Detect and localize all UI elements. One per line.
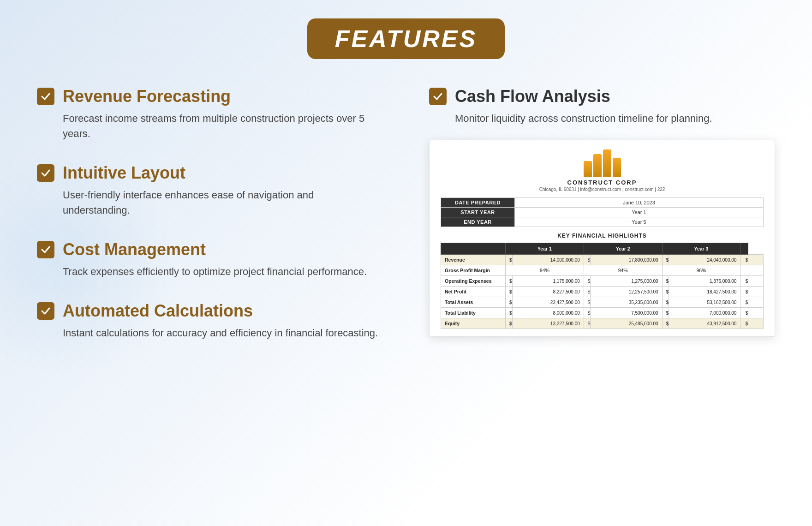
currency-value-cell <box>748 287 764 297</box>
table-row: DATE PREPARED June 10, 2023 <box>441 198 764 208</box>
currency-value-cell: 1,375,000.00 <box>669 276 740 287</box>
left-column: Revenue Forecasting Forecast income stre… <box>37 87 401 341</box>
table-row: START YEAR Year 1 <box>441 208 764 217</box>
currency-symbol-cell: $ <box>584 276 591 287</box>
start-year-label: START YEAR <box>441 208 515 217</box>
currency-symbol-cell: $ <box>506 255 513 265</box>
row-label: Total Liability <box>441 308 506 318</box>
feature-header: Automated Calculations <box>37 301 383 321</box>
right-column: Cash Flow Analysis Monitor liquidity acr… <box>429 87 775 341</box>
table-row: Gross Profit Margin94%94%96% <box>441 265 764 276</box>
currency-value-cell <box>748 255 764 265</box>
feature-description: Track expenses efficiently to optimize p… <box>63 264 383 279</box>
currency-value-cell: 22,427,500.00 <box>512 297 584 308</box>
feature-header: Intuitive Layout <box>37 163 383 183</box>
feature-title: Cost Management <box>63 240 206 259</box>
checkmark-icon <box>37 88 54 105</box>
currency-symbol-cell: $ <box>740 276 748 287</box>
currency-value-cell: 8,000,000.00 <box>512 308 584 318</box>
table-row: Net Profit$8,227,500.00$12,257,500.00$18… <box>441 287 764 297</box>
feature-title: Revenue Forecasting <box>63 87 231 106</box>
col-header-year1: Year 1 <box>506 243 584 255</box>
currency-symbol-cell: $ <box>740 318 748 329</box>
currency-value-cell <box>748 318 764 329</box>
currency-value-cell: 7,500,000.00 <box>591 308 662 318</box>
right-feature-description: Monitor liquidity across construction ti… <box>455 111 775 126</box>
table-row: Equity$13,227,500.00$25,485,000.00$43,91… <box>441 318 764 329</box>
financial-table-body: Revenue$14,000,000.00$17,800,000.00$24,0… <box>441 255 764 329</box>
start-year-value: Year 1 <box>515 208 764 217</box>
feature-intuitive-layout: Intuitive Layout User-friendly interface… <box>37 163 383 218</box>
row-label: Operating Expenses <box>441 276 506 287</box>
highlights-title: KEY FINANCIAL HIGHLIGHTS <box>441 233 764 239</box>
currency-symbol-cell: $ <box>584 287 591 297</box>
currency-value-cell: 43,912,500.00 <box>669 318 740 329</box>
currency-value-cell: 14,000,000.00 <box>512 255 584 265</box>
currency-value-cell: 35,235,000.00 <box>591 297 662 308</box>
table-row: Revenue$14,000,000.00$17,800,000.00$24,0… <box>441 255 764 265</box>
table-row: Total Assets$22,427,500.00$35,235,000.00… <box>441 297 764 308</box>
currency-symbol-cell: $ <box>740 255 748 265</box>
company-name: CONSTRUCT CORP <box>567 179 637 186</box>
right-feature-title: Cash Flow Analysis <box>455 87 610 106</box>
currency-symbol-cell: $ <box>662 287 669 297</box>
col-header-empty <box>441 243 506 255</box>
page-wrapper: FEATURES Revenue Forecasting Forecast in… <box>0 0 812 526</box>
currency-value-cell: 24,040,000.00 <box>669 255 740 265</box>
row-label: Gross Profit Margin <box>441 265 506 276</box>
currency-symbol-cell: $ <box>662 297 669 308</box>
currency-value-cell: 7,000,000.00 <box>669 308 740 318</box>
date-table: DATE PREPARED June 10, 2023 START YEAR Y… <box>441 197 764 227</box>
feature-cost-management: Cost Management Track expenses efficient… <box>37 240 383 279</box>
feature-description: Forecast income streams from multiple co… <box>63 111 383 141</box>
currency-value-cell: 8,227,500.00 <box>512 287 584 297</box>
percent-cell: 96% <box>662 265 740 276</box>
end-year-value: Year 5 <box>515 217 764 227</box>
percent-cell: 94% <box>584 265 662 276</box>
checkmark-icon <box>37 241 54 258</box>
currency-value-cell: 13,227,500.00 <box>512 318 584 329</box>
table-row: Total Liability$8,000,000.00$7,500,000.0… <box>441 308 764 318</box>
feature-description: Instant calculations for accuracy and ef… <box>63 325 383 341</box>
feature-header: Cost Management <box>37 240 383 259</box>
currency-value-cell <box>748 297 764 308</box>
currency-symbol-cell: $ <box>584 255 591 265</box>
currency-symbol-cell: $ <box>740 297 748 308</box>
date-prepared-value: June 10, 2023 <box>515 198 764 208</box>
currency-value-cell: 53,162,500.00 <box>669 297 740 308</box>
currency-value-cell: 18,427,500.00 <box>669 287 740 297</box>
currency-symbol-cell: $ <box>662 308 669 318</box>
right-feature-header: Cash Flow Analysis <box>429 87 775 106</box>
col-header-year2: Year 2 <box>584 243 662 255</box>
checkmark-icon <box>429 88 447 105</box>
date-prepared-label: DATE PREPARED <box>441 198 515 208</box>
currency-value-cell: 17,800,000.00 <box>591 255 662 265</box>
row-label: Total Assets <box>441 297 506 308</box>
features-badge: FEATURES <box>307 18 505 59</box>
company-logo <box>584 149 621 177</box>
currency-symbol-cell: $ <box>506 276 513 287</box>
feature-description: User-friendly interface enhances ease of… <box>63 187 383 218</box>
content-grid: Revenue Forecasting Forecast income stre… <box>37 87 775 341</box>
currency-symbol-cell: $ <box>740 287 748 297</box>
col-header-year3: Year 3 <box>662 243 740 255</box>
currency-symbol-cell: $ <box>506 308 513 318</box>
end-year-label: END YEAR <box>441 217 515 227</box>
currency-value-cell: 12,257,500.00 <box>591 287 662 297</box>
features-title: FEATURES <box>335 25 477 52</box>
currency-symbol-cell: $ <box>662 318 669 329</box>
checkmark-icon <box>37 164 54 182</box>
currency-symbol-cell: $ <box>662 276 669 287</box>
row-label: Equity <box>441 318 506 329</box>
feature-title: Automated Calculations <box>63 301 253 321</box>
right-feature-section: Cash Flow Analysis Monitor liquidity acr… <box>429 87 775 126</box>
percent-cell: 94% <box>506 265 584 276</box>
currency-symbol-cell: $ <box>506 297 513 308</box>
currency-value-cell: 1,175,000.00 <box>512 276 584 287</box>
currency-value-cell: 1,275,000.00 <box>591 276 662 287</box>
currency-symbol-cell: $ <box>584 318 591 329</box>
feature-revenue-forecasting: Revenue Forecasting Forecast income stre… <box>37 87 383 141</box>
feature-header: Revenue Forecasting <box>37 87 383 106</box>
feature-title: Intuitive Layout <box>63 163 185 183</box>
company-contact: Chicago, IL 60631 | info@construct.com |… <box>539 187 665 192</box>
